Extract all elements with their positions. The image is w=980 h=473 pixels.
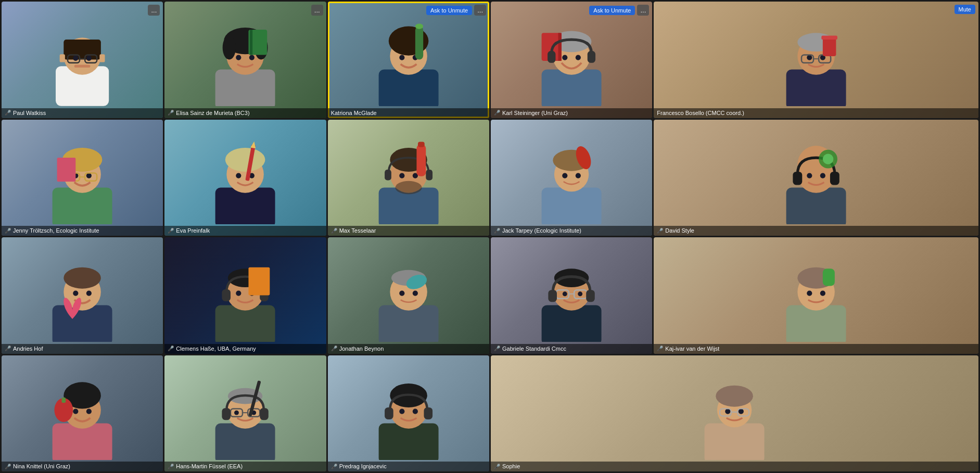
- svg-rect-25: [415, 27, 423, 60]
- mic-muted-icon-7: 🎤: [168, 228, 174, 234]
- svg-point-4: [86, 56, 92, 61]
- svg-rect-140: [378, 423, 438, 459]
- participant-cell-13: 🎤 Jonathan Beynon: [328, 237, 489, 354]
- svg-rect-19: [250, 30, 252, 55]
- svg-rect-92: [215, 305, 275, 342]
- mic-muted-icon-14: 🎤: [494, 346, 500, 351]
- more-options-button-4[interactable]: ...: [637, 5, 649, 16]
- svg-rect-121: [823, 269, 835, 286]
- svg-rect-106: [542, 305, 602, 342]
- participant-controls-5: Mute: [954, 5, 975, 14]
- participant-cell-14: 🎤 Gabriele Standardi Cmcc: [491, 237, 652, 354]
- more-options-button-3[interactable]: ...: [474, 5, 486, 16]
- participant-name-6: 🎤 Jenny Tröltzsch, Ecologic Institute: [2, 226, 163, 236]
- svg-rect-54: [57, 158, 76, 182]
- participant-video-11: [2, 237, 163, 354]
- svg-rect-33: [558, 33, 562, 61]
- video-grid: ... 🎤 Paul Watkiss: [0, 0, 980, 473]
- participant-name-7: 🎤 Eva Preinfalk: [164, 226, 326, 236]
- mic-muted-icon-16: 🎤: [5, 464, 11, 469]
- svg-point-23: [399, 55, 404, 60]
- svg-point-58: [236, 173, 241, 178]
- participant-cell-6: 🎤 Jenny Tröltzsch, Ecologic Institute: [2, 120, 163, 236]
- svg-rect-137: [222, 408, 231, 420]
- svg-rect-36: [786, 70, 846, 106]
- participant-name-2: 🎤 Elisa Sainz de Murieta (BC3): [164, 108, 326, 118]
- svg-point-126: [86, 408, 92, 414]
- svg-point-149: [716, 386, 754, 407]
- participant-name-3: Katriona McGlade: [328, 108, 489, 118]
- svg-point-104: [412, 291, 417, 296]
- participant-video-4: [491, 2, 652, 118]
- svg-rect-84: [830, 172, 839, 185]
- participant-name-15: 🎤 Kaj-ivar van der Wijst: [654, 344, 978, 354]
- ask-to-unmute-button-4[interactable]: Ask to Unmute: [589, 6, 635, 15]
- mic-muted-icon-1: 🎤: [5, 110, 11, 116]
- mic-muted-icon-12: 🎤: [168, 346, 174, 351]
- svg-rect-71: [418, 142, 425, 147]
- svg-point-91: [86, 291, 92, 296]
- mic-muted-icon-10: 🎤: [657, 228, 663, 234]
- participant-video-6: [2, 120, 163, 236]
- svg-rect-20: [378, 70, 438, 106]
- svg-point-103: [399, 291, 404, 296]
- participant-name-14: 🎤 Gabriele Standardi Cmcc: [491, 344, 652, 354]
- svg-point-39: [807, 55, 812, 60]
- svg-point-30: [562, 55, 567, 60]
- participant-video-3: [328, 2, 489, 118]
- svg-rect-138: [260, 408, 269, 420]
- svg-point-82: [820, 173, 825, 178]
- svg-rect-72: [542, 187, 602, 224]
- svg-point-16: [236, 55, 241, 60]
- participant-name-13: 🎤 Jonathan Beynon: [328, 344, 489, 354]
- mute-button-5[interactable]: Mute: [954, 5, 975, 14]
- participant-video-14: [491, 237, 652, 354]
- participant-name-11: 🎤 Andries Hof: [2, 344, 163, 354]
- participant-controls-4: Ask to Unmute ...: [589, 5, 649, 16]
- ask-to-unmute-button-3[interactable]: Ask to Unmute: [426, 6, 472, 15]
- svg-rect-78: [786, 187, 846, 224]
- svg-rect-70: [416, 144, 426, 176]
- svg-point-31: [576, 55, 581, 60]
- participant-cell-11: 🎤 Andries Hof: [2, 237, 163, 354]
- svg-rect-34: [548, 51, 555, 63]
- svg-rect-143: [385, 407, 393, 419]
- svg-rect-46: [53, 187, 112, 224]
- mic-muted-icon-18: 🎤: [331, 464, 337, 469]
- participant-name-10: 🎤 David Style: [654, 226, 978, 236]
- participant-name-1: 🎤 Paul Watkiss: [2, 108, 163, 118]
- more-options-button-2[interactable]: ...: [311, 5, 323, 16]
- svg-point-112: [563, 292, 567, 297]
- svg-rect-45: [821, 36, 837, 40]
- svg-rect-116: [786, 305, 846, 342]
- svg-point-113: [578, 292, 582, 297]
- svg-rect-83: [793, 172, 802, 185]
- svg-rect-68: [385, 170, 391, 180]
- participant-cell-17: 🎤 Hans-Martin Füssel (EEA): [164, 355, 326, 472]
- participant-video-10: [654, 120, 978, 236]
- mic-muted-icon-2: 🎤: [168, 110, 174, 116]
- svg-marker-61: [251, 141, 257, 148]
- svg-point-65: [399, 173, 404, 178]
- svg-rect-6: [60, 55, 65, 62]
- participant-name-9: 🎤 Jack Tarpey (Ecologic Institute): [491, 226, 652, 236]
- mic-muted-icon-4: 🎤: [494, 110, 500, 116]
- svg-point-3: [73, 56, 78, 61]
- svg-rect-100: [378, 305, 438, 342]
- participant-video-9: [491, 120, 652, 236]
- svg-point-90: [73, 291, 78, 296]
- svg-rect-115: [586, 290, 595, 302]
- participant-video-16: [2, 355, 163, 472]
- more-options-button-1[interactable]: ...: [148, 5, 160, 16]
- participant-video-5: [654, 2, 978, 118]
- mic-muted-icon-11: 🎤: [5, 346, 11, 351]
- svg-rect-99: [249, 267, 270, 296]
- svg-point-26: [415, 24, 423, 29]
- participant-name-8: 🎤 Max Tesselaar: [328, 226, 489, 236]
- participant-cell-8: 🎤 Max Tesselaar: [328, 120, 489, 236]
- participant-cell-19: 🎤 Sophie: [491, 355, 978, 472]
- svg-point-125: [73, 408, 78, 414]
- mic-muted-icon-6: 🎤: [5, 228, 11, 234]
- svg-point-17: [249, 55, 254, 60]
- mic-muted-icon-13: 🎤: [331, 346, 337, 351]
